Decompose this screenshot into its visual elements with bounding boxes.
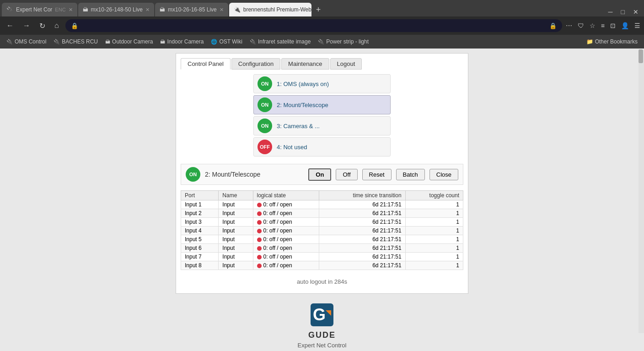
outlet-1-badge: ON (258, 76, 272, 91)
state-dot (257, 264, 262, 268)
cell-state: 0: off / open (253, 261, 319, 270)
outlet-4-label: 4: Not used (277, 144, 307, 151)
bookmark-indoor-camera[interactable]: 🏔 Indoor Camera (157, 38, 206, 46)
tab-bar: 🔌 Expert Net Cor ENC ✕ 🏔 mx10-26-148-50 … (0, 0, 644, 16)
scrollbar-thumb[interactable] (639, 49, 643, 63)
cell-name: Input (219, 218, 253, 227)
tab-3-close[interactable]: ✕ (220, 7, 224, 13)
tab-2[interactable]: 🏔 mx10-26-148-50 Live ✕ (78, 3, 154, 16)
menu-icon[interactable]: ☰ (634, 22, 640, 29)
cell-state: 0: off / open (253, 227, 319, 235)
star-icon[interactable]: ☆ (590, 22, 596, 29)
tab-3[interactable]: 🏔 mx10-26-16-85 Live ✕ (155, 3, 228, 16)
tab-2-close[interactable]: ✕ (145, 7, 150, 13)
outlet-1-label: 1: OMS (always on) (277, 81, 329, 87)
tab-2-icon: 🏔 (83, 6, 88, 13)
cell-port: Input 1 (181, 200, 219, 209)
tab-control-panel-label: Control Panel (188, 60, 224, 67)
reload-button[interactable]: ↻ (37, 20, 48, 32)
cell-count: 1 (405, 209, 463, 218)
off-button[interactable]: Off (336, 169, 357, 180)
outlet-3-badge: ON (258, 119, 272, 133)
bookmark-outdoor-camera[interactable]: 🏔 Outdoor Camera (102, 38, 156, 46)
tab-maintenance[interactable]: Maintenance (281, 58, 329, 70)
state-dot (257, 211, 262, 216)
tab-4[interactable]: 🔌 brennenstuhl Premium-Web-L ✕ (229, 3, 311, 16)
forward-button[interactable]: → (20, 20, 33, 32)
reading-list-icon[interactable]: ≡ (601, 22, 605, 29)
tab-4-icon: 🔌 (234, 6, 241, 13)
minimize-button[interactable]: ─ (605, 7, 617, 16)
outlet-3-badge-text: ON (261, 123, 269, 129)
bookmark-ost-wiki[interactable]: 🌐 OST Wiki (208, 38, 245, 46)
sync-icon[interactable]: ⊡ (610, 22, 616, 29)
outlet-control: ON 2: Mount/Telescope On Off Reset Batch… (181, 164, 463, 185)
control-outlet-name: 2: Mount/Telescope (205, 171, 304, 178)
cell-count: 1 (405, 218, 463, 227)
bookmark-icon: 🔒 (549, 22, 557, 29)
cell-name: Input (219, 235, 253, 244)
outlet-1[interactable]: ON 1: OMS (always on) (253, 74, 391, 93)
security-icon: 🔒 (71, 22, 78, 29)
bookmark-power-strip[interactable]: 🔌 Power strip - light (315, 38, 371, 46)
maximize-button[interactable]: □ (617, 7, 628, 16)
bookmarks-bar: 🔌 OMS Control 🔌 BACHES RCU 🏔 Outdoor Cam… (0, 35, 644, 49)
bookmark-wiki-icon: 🌐 (211, 39, 217, 45)
other-bookmarks-label: Other Bookmarks (595, 38, 638, 45)
cell-time: 6d 21:17:51 (319, 235, 405, 244)
tab-configuration[interactable]: Configuration (231, 58, 280, 70)
cell-state: 0: off / open (253, 244, 319, 253)
tab-3-icon: 🏔 (160, 6, 165, 13)
tab-4-label: brennenstuhl Premium-Web-L (243, 6, 311, 13)
home-button[interactable]: ⌂ (52, 20, 62, 32)
bookmark-outdoor-icon: 🏔 (105, 39, 110, 44)
cell-port: Input 7 (181, 253, 219, 261)
other-bookmarks[interactable]: 📁 Other Bookmarks (584, 38, 640, 46)
auto-logout-text: auto logout in 284s (297, 278, 347, 285)
cell-port: Input 5 (181, 235, 219, 244)
new-tab-button[interactable]: + (312, 3, 325, 16)
cell-time: 6d 21:17:51 (319, 261, 405, 270)
on-button[interactable]: On (308, 168, 331, 181)
address-bar[interactable]: 🔒 🔒 (65, 19, 562, 32)
table-row: Input 5 Input 0: off / open 6d 21:17:51 … (181, 235, 463, 244)
bookmark-baches-rcu[interactable]: 🔌 BACHES RCU (51, 38, 101, 46)
scrollbar[interactable] (639, 49, 644, 333)
cell-time: 6d 21:17:51 (319, 209, 405, 218)
outlet-2[interactable]: ON 2: Mount/Telescope (253, 95, 391, 114)
tab-control-panel[interactable]: Control Panel (181, 58, 231, 70)
bookmark-power-label: Power strip - light (326, 38, 369, 45)
bookmark-infraret-label: Infraret satelite image (258, 38, 311, 45)
tab-1-short: ENC (55, 7, 65, 12)
cell-state: 0: off / open (253, 209, 319, 218)
account-icon[interactable]: 👤 (621, 22, 629, 29)
footer-product-name: Expert Net Control (298, 342, 347, 349)
bookmark-outdoor-label: Outdoor Camera (112, 38, 153, 45)
gude-brand: GUDE (298, 330, 347, 340)
close-button-outlet[interactable]: Close (429, 169, 458, 180)
tab-1[interactable]: 🔌 Expert Net Cor ENC ✕ (2, 3, 77, 16)
back-button[interactable]: ← (4, 20, 16, 32)
reset-button[interactable]: Reset (362, 169, 392, 180)
bookmark-infraret[interactable]: 🔌 Infraret satelite image (247, 38, 313, 46)
shield-icon[interactable]: 🛡 (578, 22, 584, 29)
batch-button[interactable]: Batch (396, 169, 425, 180)
close-button[interactable]: ✕ (629, 7, 642, 16)
bookmark-baches-label: BACHES RCU (62, 38, 98, 45)
cell-port: Input 2 (181, 209, 219, 218)
nav-icons: ⋯ 🛡 ☆ ≡ ⊡ 👤 ☰ (566, 22, 640, 29)
outlet-4[interactable]: OFF 4: Not used (253, 137, 391, 157)
bookmark-oms-control[interactable]: 🔌 OMS Control (4, 38, 49, 46)
extensions-icon[interactable]: ⋯ (566, 22, 572, 29)
tab-logout[interactable]: Logout (330, 58, 362, 70)
outlet-3[interactable]: ON 3: Cameras & ... (253, 116, 391, 135)
control-badge: ON (186, 167, 200, 182)
table-row: Input 7 Input 0: off / open 6d 21:17:51 … (181, 253, 463, 261)
tab-1-close[interactable]: ✕ (69, 7, 73, 13)
cell-time: 6d 21:17:51 (319, 200, 405, 209)
tab-1-icon: 🔌 (6, 6, 13, 13)
bookmark-infraret-icon: 🔌 (250, 39, 256, 45)
bookmark-wiki-label: OST Wiki (219, 38, 242, 45)
cell-count: 1 (405, 261, 463, 270)
table-row: Input 4 Input 0: off / open 6d 21:17:51 … (181, 227, 463, 235)
